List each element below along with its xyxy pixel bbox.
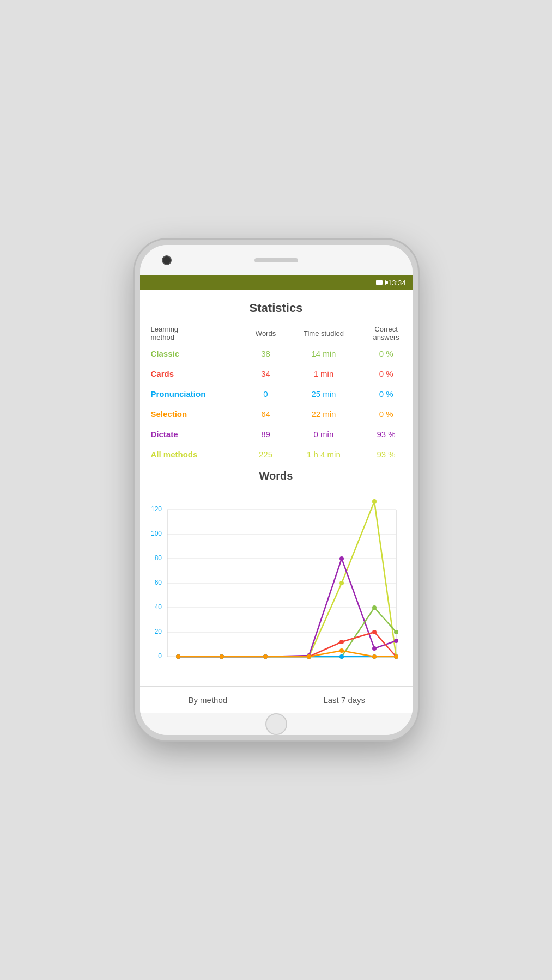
statistics-title: Statistics (140, 301, 413, 315)
words-dictate: 89 (244, 424, 287, 444)
table-row: All methods 225 1 h 4 min 93 % (140, 444, 413, 464)
words-chart-svg: 0 20 40 60 80 100 120 (145, 488, 407, 673)
words-classic: 38 (244, 344, 287, 364)
correct-all: 93 % (360, 444, 413, 464)
chart-section: Words 0 20 40 60 80 100 120 (140, 464, 413, 678)
svg-point-27 (339, 556, 344, 561)
svg-text:100: 100 (150, 530, 161, 537)
svg-point-35 (372, 605, 377, 610)
statistics-table: Learningmethod Words Time studied Correc… (140, 323, 413, 464)
svg-text:20: 20 (154, 628, 162, 635)
svg-point-57 (394, 654, 398, 659)
svg-point-21 (372, 499, 377, 504)
camera (162, 255, 172, 265)
scroll-content[interactable]: Statistics Learningmethod Words Time stu… (140, 290, 413, 686)
svg-point-48 (339, 654, 344, 659)
method-dictate: Dictate (140, 424, 244, 444)
time-selection: 22 min (287, 404, 360, 424)
svg-point-28 (372, 646, 377, 651)
svg-point-42 (372, 630, 377, 634)
chart-container: 0 20 40 60 80 100 120 (140, 488, 413, 673)
status-bar: 13:34 (140, 275, 413, 290)
volume-button-2 (416, 354, 418, 381)
table-row: Pronunciation 0 25 min 0 % (140, 384, 413, 404)
col-correct: Correctanswers (360, 323, 413, 344)
svg-point-54 (307, 654, 311, 659)
correct-selection: 0 % (360, 404, 413, 424)
time-all: 1 h 4 min (287, 444, 360, 464)
speaker (254, 258, 298, 262)
svg-text:80: 80 (154, 554, 162, 562)
chart-title: Words (140, 470, 413, 482)
correct-classic: 0 % (360, 344, 413, 364)
svg-point-56 (372, 654, 377, 659)
table-row: Cards 34 1 min 0 % (140, 364, 413, 384)
words-cards: 34 (244, 364, 287, 384)
col-method: Learningmethod (140, 323, 244, 344)
method-pronunciation: Pronunciation (140, 384, 244, 404)
svg-point-52 (220, 654, 224, 659)
words-selection: 64 (244, 404, 287, 424)
correct-dictate: 93 % (360, 424, 413, 444)
svg-point-20 (339, 581, 344, 585)
table-row: Selection 64 22 min 0 % (140, 404, 413, 424)
method-selection: Selection (140, 404, 244, 424)
col-time: Time studied (287, 323, 360, 344)
method-all: All methods (140, 444, 244, 464)
phone-bottom (140, 713, 413, 735)
bottom-tabs: By method Last 7 days (140, 686, 413, 713)
svg-text:60: 60 (154, 579, 162, 586)
svg-text:120: 120 (150, 505, 161, 513)
home-button[interactable] (265, 713, 287, 735)
svg-text:40: 40 (154, 603, 162, 611)
table-row: Classic 38 14 min 0 % (140, 344, 413, 364)
svg-point-53 (263, 654, 268, 659)
svg-point-29 (394, 639, 398, 643)
method-cards: Cards (140, 364, 244, 384)
svg-text:0: 0 (158, 652, 162, 660)
correct-cards: 0 % (360, 364, 413, 384)
svg-point-55 (339, 648, 344, 653)
time-cards: 1 min (287, 364, 360, 384)
words-all: 225 (244, 444, 287, 464)
phone-frame: 13:34 Statistics Learningmethod Words Ti… (135, 240, 418, 740)
time-classic: 14 min (287, 344, 360, 364)
tab-last-7-days[interactable]: Last 7 days (276, 687, 413, 713)
col-words: Words (244, 323, 287, 344)
correct-pronunciation: 0 % (360, 384, 413, 404)
status-bar-time: 13:34 (388, 279, 406, 287)
time-dictate: 0 min (287, 424, 360, 444)
svg-point-41 (339, 640, 344, 644)
svg-point-36 (394, 630, 398, 634)
method-classic: Classic (140, 344, 244, 364)
volume-button (416, 321, 418, 348)
time-pronunciation: 25 min (287, 384, 360, 404)
tab-by-method[interactable]: By method (140, 687, 277, 713)
battery-icon (376, 280, 386, 285)
phone-top (140, 245, 413, 275)
phone-screen: 13:34 Statistics Learningmethod Words Ti… (140, 275, 413, 713)
words-pronunciation: 0 (244, 384, 287, 404)
table-row: Dictate 89 0 min 93 % (140, 424, 413, 444)
svg-point-51 (176, 654, 180, 659)
